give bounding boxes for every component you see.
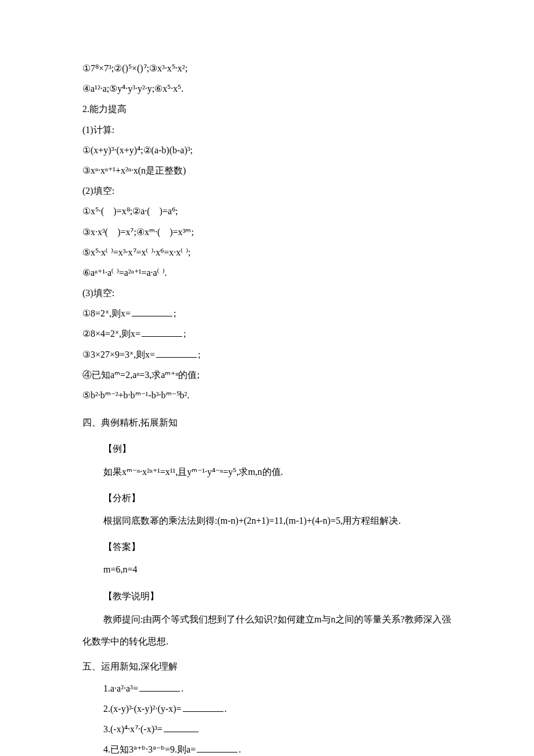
fill-item-5: ⑤x⁵·x( )=x³·x⁷=x( )·x⁶=x·x( ); [82,242,452,262]
fill3-item-1: ①8=2ˣ,则x=; [82,303,452,323]
teaching-note-body: 教师提问:由两个等式我们想到了什么知识?如何建立m与n之间的等量关系?教师深入强… [82,609,452,653]
blank-field[interactable] [164,722,199,732]
sub-fill-heading: (2)填空: [82,181,452,201]
fill-item-2: ③x·x³( )=x⁷;④xᵐ·( )=x³ᵐ; [82,222,452,242]
fill3-item-3: ③3×27×9=3ˣ,则x=; [82,344,452,365]
fill6-part-b: =a²ⁿ⁺¹=a·a [119,268,157,278]
q1-text: 1.a·a²·a³= [103,683,138,693]
expr-line-1: ①7⁸×7³;②()⁵×()⁷;③x³·x⁵·x²; [82,58,452,78]
example-label: 【例】 [82,438,452,459]
section-ability: 2.能力提高 [82,99,452,119]
fill5-part-c: ·x⁶=x·x [153,247,181,257]
fill5-part-a: ⑤x⁵·x [82,247,106,257]
calc-item-2: ③xⁿ·xⁿ⁺¹+x²ⁿ·x(n是正整数) [82,160,452,181]
fill3-item-5: ⑤b²·bᵐ⁻²+b·bᵐ⁻¹-b³·bᵐ⁻⁵b². [82,385,452,405]
teaching-note-label: 【教学说明】 [82,586,452,606]
q4: 4.已知3ᵃ⁺ᵇ·3ᵃ⁻ᵇ=9.则a=. [82,739,452,756]
analysis-body: 根据同底数幂的乘法法则得:(m-n)+(2n+1)=11,(m-1)+(4-n)… [82,510,452,531]
q3-text: 3.(-x)⁴·x⁷·(-x)³= [103,724,163,734]
f32-a: ②8×4=2ˣ,则x= [82,329,140,339]
section-4-title: 四、典例精析,拓展新知 [82,412,452,433]
fill3-item-2: ②8×4=2ˣ,则x=; [82,323,452,344]
sup-blank-icon: ( ) [181,246,188,253]
example-body: 如果xᵐ⁻ⁿ·x²ⁿ⁺¹=x¹¹,且yᵐ⁻¹·y⁴⁻ⁿ=y⁵,求m,n的值. [82,462,452,482]
sup-blank-icon: ( ) [106,246,113,253]
sub-fill3-heading: (3)填空: [82,283,452,303]
fill-item-1: ①x⁵·( )=x⁸;②a·( )=a⁶; [82,201,452,221]
f33-b: ; [198,350,200,359]
calc-item-1: ①(x+y)³·(x+y)⁴;②(a-b)(b-a)³; [82,140,452,160]
f31-b: ; [174,308,176,318]
expr-line-2: ④a¹²·a;⑤y⁴·y³·y²·y;⑥x⁵·x⁵. [82,78,452,99]
fill6-part-c: . [164,268,167,278]
q2: 2.(x-y)³·(x-y)²·(y-x)=. [82,699,452,719]
sub-calc-heading: (1)计算: [82,120,452,140]
q1: 1.a·a²·a³=. [82,678,452,699]
q4-text: 4.已知3ᵃ⁺ᵇ·3ᵃ⁻ᵇ=9.则a= [103,744,196,754]
f33-a: ③3×27×9=3ˣ,则x= [82,350,155,359]
q2-end: . [225,704,227,714]
fill5-part-d: ; [188,247,190,257]
f31-a: ①8=2ˣ,则x= [82,308,131,318]
section-5-title: 五、运用新知,深化理解 [82,656,452,676]
blank-field[interactable] [142,327,182,337]
q1-end: . [181,683,183,693]
f32-b: ; [183,329,186,339]
fill3-item-4: ④已知aᵐ=2,aⁿ=3,求aᵐ⁺ⁿ的值; [82,365,452,385]
blank-field[interactable] [183,702,223,712]
q4-end: . [239,744,241,754]
q2-text: 2.(x-y)³·(x-y)²·(y-x)= [103,704,182,714]
fill-item-6: ⑥aⁿ⁺¹·a( )=a²ⁿ⁺¹=a·a( ). [82,262,452,283]
sup-blank-icon: ( ) [157,267,165,273]
blank-field[interactable] [156,348,197,358]
analysis-label: 【分析】 [82,488,452,508]
blank-field[interactable] [139,682,180,692]
answer-label: 【答案】 [82,537,452,557]
blank-field[interactable] [197,743,237,753]
q3: 3.(-x)⁴·x⁷·(-x)³= [82,719,452,739]
answer-body: m=6,n=4 [82,559,452,579]
sup-blank-icon: ( ) [111,267,119,273]
fill6-part-a: ⑥aⁿ⁺¹·a [82,268,111,278]
sup-blank-icon: ( ) [146,246,154,253]
blank-field[interactable] [132,307,172,316]
fill5-part-b: =x³·x⁷=x [113,247,146,257]
